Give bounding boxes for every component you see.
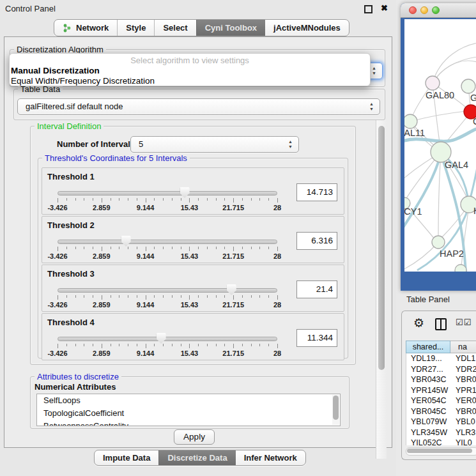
float-window-icon[interactable]	[364, 5, 372, 13]
num-intervals-label: Number of Intervals	[57, 139, 135, 149]
slider-ticks	[58, 295, 277, 300]
table-panel-title: Table Panel	[406, 295, 450, 304]
slider-tick-labels: -3.4262.8599.14415.4321.71528	[58, 204, 277, 211]
network-node[interactable]	[461, 79, 475, 93]
table-data-combobox[interactable]: galFiltered.sif default node ▲▼	[17, 98, 380, 115]
column-header-shared-name[interactable]: shared...	[406, 341, 450, 353]
slider-handle-icon[interactable]	[227, 284, 236, 295]
attribute-list-item[interactable]: BetweennessCentrality	[37, 420, 340, 426]
table-rows[interactable]: YDL19...YDL1YDR27...YDR2YBR043CYBR0YPR14…	[406, 353, 476, 445]
threshold-row: Threshold 2-3.4262.8599.14415.4321.71528…	[42, 216, 344, 263]
num-intervals-value: 5	[139, 139, 143, 149]
network-node-label: GCY1	[404, 206, 422, 217]
tab-discretize-data[interactable]: Discretize Data	[158, 450, 235, 465]
slider-ticks	[58, 344, 277, 349]
table-row[interactable]: YLR345WYLR3	[406, 427, 476, 438]
threshold-label: Threshold 3	[47, 269, 95, 279]
network-node-label: HAP2	[440, 249, 464, 259]
threshold-slider[interactable]: -3.4262.8599.14415.4321.71528	[58, 286, 277, 310]
columns-icon[interactable]	[435, 318, 447, 330]
screen: { "control_panel": { "title": "Control P…	[0, 0, 476, 476]
table-hscrollbar[interactable]	[406, 447, 476, 456]
network-node-label: GA	[470, 93, 476, 103]
threshold-label: Threshold 2	[47, 220, 95, 230]
network-node[interactable]	[432, 236, 445, 249]
tab-infer-network[interactable]: Infer Network	[236, 450, 305, 465]
network-node-label: C	[473, 116, 476, 127]
node-table: shared... na YDL19...YDL1YDR27...YDR2YBR…	[406, 341, 476, 445]
close-icon[interactable]: ✖	[381, 3, 388, 13]
slider-track[interactable]	[58, 191, 277, 196]
slider-handle-icon[interactable]	[121, 236, 131, 247]
combo-stepper-icon: ▲▼	[288, 139, 293, 150]
threshold-row: Threshold 4-3.4262.8599.14415.4321.71528…	[42, 313, 344, 360]
table-row[interactable]: YIL052CYIL0	[406, 438, 476, 445]
popup-item[interactable]: Equal Width/Frequency Discretization	[10, 76, 370, 86]
network-window-titlebar	[401, 3, 476, 18]
combo-stepper-icon: ▲▼	[369, 102, 374, 112]
threshold-row: Threshold 1-3.4262.8599.14415.4321.71528…	[42, 167, 344, 215]
slider-track[interactable]	[58, 240, 277, 244]
slider-handle-icon[interactable]	[157, 333, 166, 344]
network-node[interactable]	[426, 76, 440, 90]
threshold-slider[interactable]: -3.4262.8599.14415.4321.71528	[58, 237, 277, 261]
numerical-attributes-label: Numerical Attributes	[35, 382, 116, 392]
slider-tick-labels: -3.4262.8599.14415.4321.71528	[58, 301, 277, 309]
table-row[interactable]: YDL19...YDL1	[406, 353, 476, 364]
slider-ticks	[58, 198, 277, 203]
table-panel: ⚙ ☑☑ shared... na YDL19...YDL1YDR27...YD…	[401, 311, 476, 460]
threshold-slider[interactable]: -3.4262.8599.14415.4321.71528	[58, 188, 277, 213]
combo-stepper-icon: ▲▼	[372, 66, 376, 76]
tab-impute-data[interactable]: Impute Data	[95, 450, 158, 465]
threshold-row: Threshold 3-3.4262.8599.14415.4321.71528…	[42, 265, 344, 312]
column-header-name[interactable]: na	[450, 341, 476, 353]
gear-icon[interactable]: ⚙	[413, 316, 424, 330]
num-intervals-combobox[interactable]: 5 ▲▼	[130, 136, 299, 153]
tab-network[interactable]: Network	[54, 20, 117, 36]
attributes-scrollbar[interactable]	[332, 395, 339, 425]
network-canvas[interactable]: GAL80GACGAL11GAL4GCY1HHAP2	[404, 19, 476, 272]
tab-jactivemnodules[interactable]: jActiveMNodules	[265, 20, 349, 36]
tab-select[interactable]: Select	[154, 20, 196, 36]
table-row[interactable]: YDR27...YDR2	[406, 364, 476, 375]
table-row[interactable]: YPR145WYPR1	[406, 385, 476, 396]
network-node-label: GAL11	[404, 128, 425, 138]
table-hscrollbar-thumb[interactable]	[407, 449, 472, 453]
table-row[interactable]: YER054CYER0	[406, 395, 476, 406]
checkbox-icons[interactable]: ☑☑	[456, 318, 472, 327]
apply-button[interactable]: Apply	[174, 429, 215, 445]
close-traffic-icon[interactable]	[409, 6, 417, 14]
thresholds-group-title: Threshold's Coordinates for 5 Intervals	[42, 153, 190, 163]
attribute-list-item[interactable]: TopologicalCoefficient	[37, 407, 340, 420]
popup-item[interactable]: Manual Discretization	[10, 66, 370, 76]
panel-scrollbar[interactable]	[376, 120, 387, 459]
table-row[interactable]: YBL079WYBL0	[406, 417, 476, 427]
network-node[interactable]	[404, 114, 417, 128]
attribute-list-item[interactable]: SelfLoops	[37, 394, 340, 407]
minimize-traffic-icon[interactable]	[420, 6, 428, 14]
table-row[interactable]: YBR045CYBR0	[406, 406, 476, 417]
threshold-label: Threshold 1	[47, 172, 95, 181]
panel-scrollbar-thumb[interactable]	[378, 126, 385, 370]
zoom-traffic-icon[interactable]	[432, 6, 440, 14]
threshold-slider[interactable]: -3.4262.8599.14415.4321.71528	[58, 334, 277, 358]
numerical-attributes-list[interactable]: SelfLoopsTopologicalCoefficientBetweenne…	[36, 394, 341, 426]
threshold-value-field[interactable]: 6.316	[296, 232, 337, 250]
threshold-value-field[interactable]: 14.713	[296, 183, 337, 201]
slider-track[interactable]	[58, 337, 277, 341]
tab-style[interactable]: Style	[117, 20, 154, 36]
slider-tick-labels: -3.4262.8599.14415.4321.71528	[58, 252, 277, 260]
control-panel-tabbar: NetworkStyleSelectCyni ToolboxjActiveMNo…	[54, 19, 349, 36]
network-view-window: GAL80GACGAL11GAL4GCY1HHAP2	[401, 3, 476, 291]
cyni-bottom-tabbar: Impute DataDiscretize DataInfer Network	[94, 450, 306, 466]
threshold-value-field[interactable]: 21.4	[296, 280, 337, 298]
slider-track[interactable]	[58, 288, 277, 293]
table-row[interactable]: YBR043CYBR0	[406, 374, 476, 385]
control-panel-title: Control Panel	[5, 4, 56, 13]
slider-handle-icon[interactable]	[180, 187, 190, 198]
interval-definition-title: Interval Definition	[35, 121, 104, 131]
algorithm-dropdown-popup: Select algorithm to view settings Manual…	[9, 53, 371, 86]
thresholds-group: Threshold's Coordinates for 5 Intervals …	[38, 158, 348, 358]
threshold-value-field[interactable]: 11.344	[296, 329, 337, 347]
tab-cyni-toolbox[interactable]: Cyni Toolbox	[196, 20, 265, 36]
